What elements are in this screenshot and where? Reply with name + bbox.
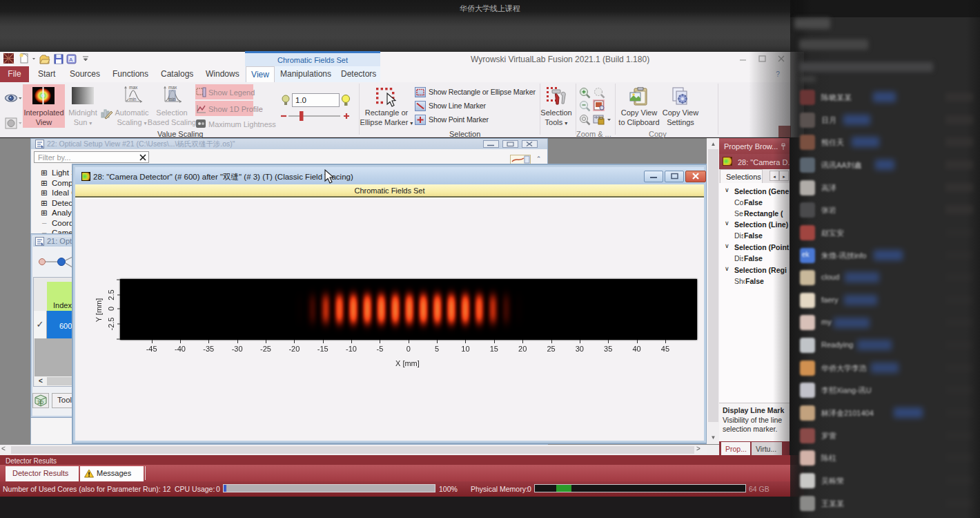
svg-text:A: A bbox=[69, 57, 73, 63]
svg-text:max: max bbox=[129, 85, 138, 90]
svg-text:max: max bbox=[168, 85, 177, 90]
svg-text:min: min bbox=[129, 97, 137, 102]
svg-text:min: min bbox=[168, 97, 176, 102]
svg-text:3D: 3D bbox=[37, 400, 43, 405]
